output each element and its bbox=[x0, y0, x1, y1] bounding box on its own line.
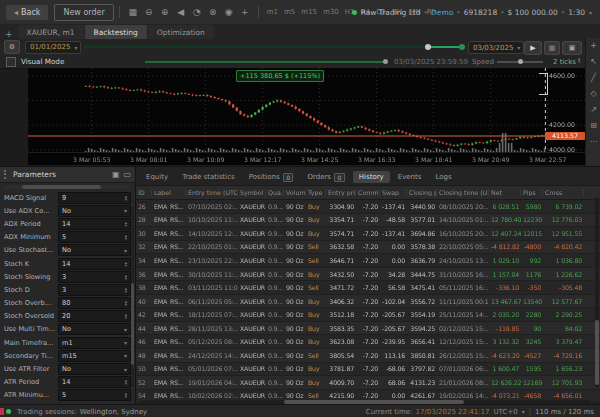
column-header[interactable]: Net bbox=[489, 189, 521, 196]
collapse-icon[interactable]: ▭ bbox=[123, 170, 131, 179]
table-row[interactable]: 50EMA_RS...05/01/2026 07:...XAUEUR0.9...… bbox=[136, 363, 600, 377]
table-row[interactable]: 30EMA_RS...14/10/2025 12:...XAUEUR0.9...… bbox=[136, 227, 600, 241]
parameter-stepper[interactable]: 14▴▾ bbox=[58, 258, 131, 270]
pencil-icon[interactable]: ╱ bbox=[591, 74, 596, 82]
table-row[interactable]: 52EMA_RS...19/01/2026 04:...XAUEUR0.9...… bbox=[136, 376, 600, 390]
stepper-arrows[interactable]: ▴▾ bbox=[125, 261, 127, 267]
add-tab-button[interactable]: + bbox=[5, 29, 13, 39]
table-row[interactable]: 32EMA_RS...22/10/2025 01:...XAUEUR0.9...… bbox=[136, 241, 600, 255]
table-row[interactable]: 34EMA_RS...23/10/2025 22:...XAUEUR0.9...… bbox=[136, 254, 600, 268]
cursor-icon[interactable]: ↖ bbox=[590, 58, 597, 66]
stop-button[interactable]: ■ bbox=[544, 41, 560, 55]
column-header[interactable]: Swap bbox=[380, 189, 407, 196]
crosshair-icon[interactable]: + bbox=[238, 7, 252, 17]
stepper-arrows[interactable]: ▴▾ bbox=[125, 234, 127, 240]
column-header[interactable]: Cross bbox=[543, 189, 584, 196]
stepper-arrows[interactable]: ▴▾ bbox=[125, 287, 127, 293]
table-row[interactable]: 36EMA_RS...30/10/2025 11:...XAUEUR0.9...… bbox=[136, 268, 600, 282]
settings-button[interactable]: ⚙ bbox=[4, 40, 20, 54]
trend-line-icon[interactable]: ↗ bbox=[590, 106, 597, 114]
tab-chart-xaueur-m1[interactable]: XAUEUR, m1 bbox=[18, 25, 84, 39]
timezone-value[interactable]: UTC+0 bbox=[494, 408, 518, 416]
tab-trade-statistics[interactable]: Trade statistics bbox=[176, 171, 241, 183]
parameter-stepper[interactable]: 3▴▾ bbox=[58, 271, 131, 283]
history-icon[interactable]: ◔ bbox=[190, 7, 204, 17]
column-header[interactable]: Entry time (UTC... bbox=[186, 189, 238, 196]
tab-logs[interactable]: Logs bbox=[429, 171, 457, 183]
stepper-arrows[interactable]: ▴▾ bbox=[125, 300, 127, 306]
column-header[interactable]: Commi... bbox=[356, 189, 380, 196]
grid-icon[interactable]: ⊞ bbox=[590, 122, 597, 130]
parameter-select[interactable]: No▾ bbox=[58, 363, 131, 375]
parameter-select[interactable]: No▾ bbox=[58, 244, 131, 256]
stepper-arrows[interactable]: ▴▾ bbox=[125, 221, 127, 227]
jump-to-end-button[interactable]: ▣ bbox=[562, 41, 582, 55]
tab-equity[interactable]: Equity bbox=[140, 171, 174, 183]
timeframe-m30[interactable]: m30 bbox=[323, 8, 339, 16]
speed-stepper[interactable]: ▴▾ bbox=[578, 57, 580, 63]
table-row[interactable]: 26EMA_RS...07/10/2025 02:...XAUEUR0.9...… bbox=[136, 200, 600, 214]
tab-optimization[interactable]: Optimization bbox=[148, 25, 214, 39]
magnet-icon[interactable]: ⊗ bbox=[206, 7, 220, 17]
timeframe-m1[interactable]: m1 bbox=[267, 8, 278, 16]
column-header[interactable]: Closing time (U... bbox=[437, 189, 489, 196]
timeframe-m15[interactable]: m15 bbox=[301, 8, 317, 16]
tab-positions[interactable]: Positions0 bbox=[243, 171, 300, 183]
account-selector[interactable]: Raw Trading Ltd • Demo • 6918218 • $ 100… bbox=[352, 0, 592, 24]
start-date-select[interactable]: 01/01/2025 ▾ bbox=[25, 41, 81, 54]
column-header[interactable]: Qua... bbox=[266, 189, 284, 196]
table-row[interactable]: 40EMA_RS...06/11/2025 05:...XAUEUR0.9...… bbox=[136, 295, 600, 309]
stepper-arrows[interactable]: ▴▾ bbox=[125, 195, 127, 201]
table-vscrollbar[interactable] bbox=[595, 197, 599, 387]
table-row[interactable]: 38EMA_RS...03/11/2025 11:02XAUEUR0.9...9… bbox=[136, 281, 600, 295]
parameter-stepper[interactable]: 80▴▾ bbox=[58, 297, 131, 309]
visual-mode-checkbox[interactable] bbox=[6, 57, 16, 67]
parameter-stepper[interactable]: 5▴▾ bbox=[58, 231, 131, 243]
column-header[interactable]: ID bbox=[136, 189, 152, 196]
parameters-header[interactable]: Parameters ▣ ▭ bbox=[0, 167, 135, 183]
tab-backtesting[interactable]: Backtesting bbox=[85, 25, 147, 39]
parameter-stepper[interactable]: 9▴▾ bbox=[58, 192, 131, 204]
column-header[interactable]: Label bbox=[152, 189, 186, 196]
parameter-stepper[interactable]: 14▴▾ bbox=[58, 376, 131, 388]
tab-history[interactable]: History bbox=[353, 171, 390, 183]
parameter-stepper[interactable]: 14▴▾ bbox=[58, 218, 131, 230]
parameter-stepper[interactable]: 20▴▾ bbox=[58, 310, 131, 322]
parameter-select[interactable]: No▾ bbox=[58, 323, 131, 335]
parameter-select[interactable]: No▾ bbox=[58, 205, 131, 217]
more-icon[interactable]: ⋯ bbox=[590, 138, 598, 146]
stepper-arrows[interactable]: ▴▾ bbox=[125, 392, 127, 398]
end-date-select[interactable]: 03/03/2025 ▾ bbox=[468, 41, 524, 54]
playback-progress-handle[interactable] bbox=[383, 59, 388, 64]
history-table-header[interactable]: IDLabelEntry time (UTC...SymbolQua...Vol… bbox=[136, 185, 600, 200]
table-row[interactable]: 44EMA_RS...28/11/2025 13:...XAUEUR0.9...… bbox=[136, 322, 600, 336]
parameter-select[interactable]: m15▾ bbox=[58, 350, 131, 362]
stepper-arrows[interactable]: ▴▾ bbox=[125, 379, 127, 385]
column-header[interactable]: Volum... bbox=[284, 189, 306, 196]
zoom-in-icon[interactable]: ⊕ bbox=[158, 7, 172, 17]
stepper-arrows[interactable]: ▴▾ bbox=[125, 313, 127, 319]
table-row[interactable]: 48EMA_RS...24/12/2025 14:...XAUEUR0.9...… bbox=[136, 349, 600, 363]
column-header[interactable]: Type bbox=[306, 189, 326, 196]
crosshair-icon[interactable]: + bbox=[590, 42, 597, 50]
column-header[interactable]: Entry price bbox=[326, 189, 356, 196]
column-header[interactable]: Symbol bbox=[238, 189, 266, 196]
play-button[interactable]: ▶ bbox=[524, 41, 542, 55]
tab-events[interactable]: Events bbox=[392, 171, 428, 183]
table-row[interactable]: 28EMA_RS...10/10/2025 11:...XAUEUR0.9...… bbox=[136, 214, 600, 228]
playback-progress-track[interactable] bbox=[145, 61, 385, 63]
drag-grip-icon[interactable] bbox=[4, 170, 9, 179]
timeframe-m5[interactable]: m5 bbox=[284, 8, 295, 16]
sound-icon[interactable]: ◀ bbox=[174, 7, 188, 17]
timeline-handle[interactable] bbox=[425, 44, 431, 50]
eye-icon[interactable]: ◉ bbox=[222, 7, 236, 17]
table-row[interactable]: 46EMA_RS...05/12/2025 08:...XAUEUR0.9...… bbox=[136, 335, 600, 349]
chart-template-icon[interactable]: ▦ bbox=[126, 7, 140, 17]
popout-icon[interactable]: ▣ bbox=[112, 170, 120, 179]
tab-orders[interactable]: Orders0 bbox=[301, 171, 350, 183]
parameters-hscrollbar[interactable] bbox=[4, 185, 131, 189]
speed-slider-handle[interactable] bbox=[518, 59, 523, 64]
new-order-button[interactable]: New order bbox=[54, 4, 113, 21]
back-button[interactable]: ◂ Back bbox=[6, 5, 48, 20]
parameter-stepper[interactable]: 3▴▾ bbox=[58, 284, 131, 296]
